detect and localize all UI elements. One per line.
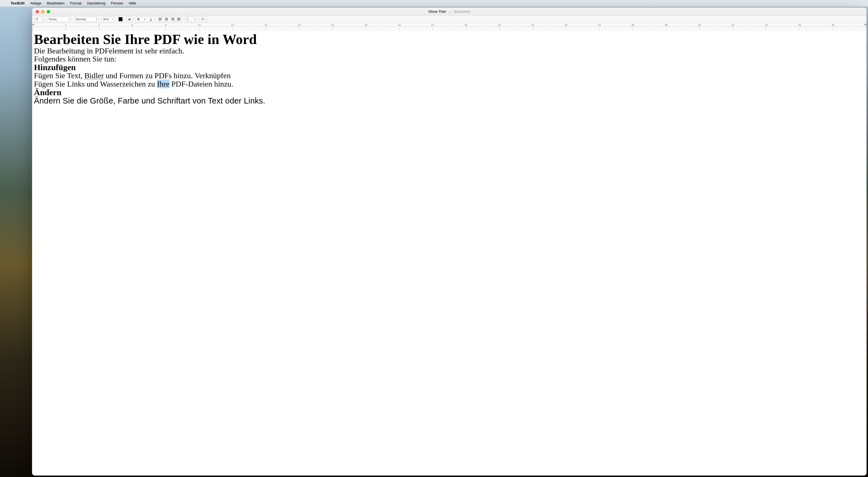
ruler-number: 30: [531, 24, 534, 26]
text-style-group: B I U: [135, 17, 154, 22]
ruler-number: 12: [231, 24, 234, 26]
textedit-window: Ohne Titel — Bearbeitet ¶ ▾ Times ▴▾ Nor…: [32, 7, 867, 476]
ruler-number: 24: [431, 24, 434, 26]
ruler-number: 18: [331, 24, 334, 26]
ruler-number: 40: [698, 24, 701, 26]
svg-point-0: [201, 18, 202, 19]
window-title: Ohne Titel — Bearbeitet: [32, 9, 866, 13]
updown-chevron-icon: ▴▾: [69, 18, 70, 20]
line-spacing-value: 1.…: [187, 18, 192, 21]
font-family-select[interactable]: Times ▴▾: [47, 17, 71, 22]
ruler-number: 48: [832, 24, 834, 26]
font-size-select[interactable]: 34.6 ▾: [101, 17, 115, 22]
ruler-number: 50: [865, 24, 867, 26]
ruler-margin-left-icon[interactable]: ▾: [33, 23, 34, 26]
list-style-select[interactable]: ▾: [199, 17, 208, 22]
spelling-error[interactable]: Bidler: [84, 71, 103, 80]
highlight-color-button[interactable]: a: [126, 17, 132, 22]
ruler[interactable]: ▾ ▾ 024681012141618202224262830323436384…: [32, 23, 866, 30]
body-paragraph[interactable]: Die Bearbeitung in PDFelement ist sehr e…: [34, 47, 865, 55]
chevron-down-icon: ▾: [112, 18, 113, 20]
font-style-select[interactable]: Normal ▴▾: [74, 17, 98, 22]
paragraph-style-select[interactable]: ¶ ▾: [34, 17, 44, 22]
ruler-number: 28: [498, 24, 501, 26]
ruler-number: 26: [465, 24, 467, 26]
document-content[interactable]: Bearbeiten Sie Ihre PDF wie in Word Die …: [34, 32, 865, 105]
font-color-icon: a: [129, 17, 130, 21]
chevron-down-icon: ▾: [42, 18, 43, 20]
body-paragraph[interactable]: Fügen Sie Links und Wasserzeichen zu Ihr…: [34, 80, 865, 88]
formatting-toolbar: ¶ ▾ Times ▴▾ Normal ▴▾ 34.6 ▾ a B I U: [32, 15, 866, 23]
font-family-value: Times: [49, 18, 57, 21]
document-area[interactable]: Bearbeiten Sie Ihre PDF wie in Word Die …: [32, 30, 866, 475]
bold-button[interactable]: B: [135, 17, 142, 22]
close-button[interactable]: [36, 10, 39, 13]
font-size-value: 34.6: [103, 18, 109, 21]
ruler-number: 20: [364, 24, 367, 26]
italic-button[interactable]: I: [142, 17, 148, 22]
menubar-item-bearbeiten[interactable]: Bearbeiten: [44, 1, 67, 5]
svg-point-2: [201, 20, 202, 20]
document-state: Bearbeitet: [454, 9, 470, 13]
font-style-value: Normal: [76, 18, 86, 21]
chevron-down-icon: ▾: [205, 18, 206, 20]
text-selection[interactable]: Ihre: [157, 80, 169, 88]
ruler-number: 44: [765, 24, 768, 26]
mac-menubar: TextEdit Ablage Bearbeiten Format Darste…: [0, 0, 868, 7]
body-paragraph[interactable]: Ändern Sie die Größe, Farbe und Schrifta…: [34, 97, 865, 105]
menubar-app-name[interactable]: TextEdit: [8, 1, 27, 5]
document-title: Ohne Titel: [428, 9, 446, 13]
align-right-button[interactable]: [169, 17, 176, 22]
ruler-ticks: 0246810121416182022242628303234363840424…: [32, 26, 866, 30]
ruler-number: 4: [98, 24, 100, 26]
ruler-number: 34: [598, 24, 601, 26]
align-center-button[interactable]: [163, 17, 169, 22]
ruler-number: 42: [732, 24, 734, 26]
pilcrow-icon: ¶: [36, 18, 38, 21]
minimize-button[interactable]: [41, 10, 44, 13]
text-color-button[interactable]: [118, 17, 124, 22]
color-swatch-icon: [119, 17, 123, 21]
window-titlebar[interactable]: Ohne Titel — Bearbeitet: [32, 8, 866, 15]
maximize-button[interactable]: [47, 10, 50, 13]
ruler-number: 46: [798, 24, 801, 26]
underline-button[interactable]: U: [148, 17, 154, 22]
ruler-number: 22: [398, 24, 401, 26]
text-run[interactable]: und Formen zu PDFs hinzu. Verknüpfen: [104, 71, 231, 80]
line-spacing-select[interactable]: 1.… ▴▾: [185, 17, 196, 22]
traffic-lights: [32, 10, 50, 13]
body-paragraph[interactable]: Fügen Sie Text, Bidler und Formen zu PDF…: [34, 71, 865, 80]
ruler-number: 0: [32, 24, 33, 26]
align-left-button[interactable]: [157, 17, 163, 22]
menubar-item-darstellung[interactable]: Darstellung: [84, 1, 108, 5]
heading-2[interactable]: Hinzufügen: [34, 63, 865, 72]
ruler-number: 32: [564, 24, 567, 26]
list-icon: [201, 18, 204, 21]
alignment-group: [157, 17, 182, 22]
heading-2[interactable]: Ändern: [34, 88, 865, 97]
heading-1[interactable]: Bearbeiten Sie Ihre PDF wie in Word: [34, 32, 865, 47]
ruler-number: 8: [165, 24, 166, 26]
ruler-number: 38: [665, 24, 668, 26]
ruler-number: 2: [65, 24, 66, 26]
ruler-number: 6: [132, 24, 133, 26]
menubar-item-format[interactable]: Format: [67, 1, 84, 5]
svg-point-1: [201, 19, 202, 20]
text-run[interactable]: Fügen Sie Links und Wasserzeichen zu: [34, 80, 157, 88]
updown-chevron-icon: ▴▾: [96, 18, 97, 20]
text-run[interactable]: Fügen Sie Text,: [34, 71, 84, 80]
ruler-number: 36: [631, 24, 634, 26]
ruler-number: 16: [298, 24, 301, 26]
updown-chevron-icon: ▴▾: [194, 18, 195, 20]
menubar-item-hilfe[interactable]: Hilfe: [126, 1, 139, 5]
ruler-number: 14: [265, 24, 267, 26]
body-paragraph[interactable]: Folgendes können Sie tun:: [34, 55, 865, 63]
menubar-item-ablage[interactable]: Ablage: [27, 1, 44, 5]
ruler-number: 10: [198, 24, 200, 26]
menubar-item-fenster[interactable]: Fenster: [108, 1, 126, 5]
text-run[interactable]: PDF-Dateien hinzu.: [169, 80, 233, 88]
align-justify-button[interactable]: [176, 17, 182, 22]
title-dash: —: [448, 9, 452, 13]
